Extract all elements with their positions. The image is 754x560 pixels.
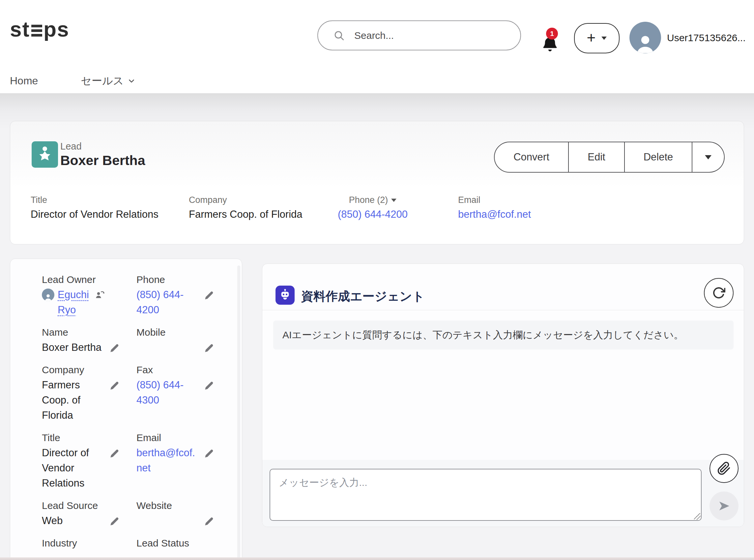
app-logo[interactable]: stps xyxy=(10,17,70,41)
agent-robot-icon xyxy=(276,286,295,305)
pencil-icon xyxy=(204,449,214,459)
plus-icon: + xyxy=(587,30,596,45)
edit-title-button[interactable] xyxy=(110,449,119,460)
phone-link[interactable]: (850) 644-4200 xyxy=(136,289,183,316)
send-icon xyxy=(717,499,731,513)
fax-link[interactable]: (850) 644-4300 xyxy=(136,379,183,406)
lead-star-person-icon xyxy=(35,144,55,165)
detail-field-website: Website xyxy=(136,500,231,538)
send-message-button[interactable] xyxy=(710,492,738,520)
chevron-down-icon xyxy=(601,37,607,40)
change-owner-icon xyxy=(95,289,105,300)
email-link[interactable]: bertha@fcof.net xyxy=(458,208,531,220)
pencil-icon xyxy=(110,381,119,391)
detail-field-title: TitleDirector of Vendor Relations xyxy=(42,432,136,500)
agent-intro-message: AIエージェントに質問するには、下のテキスト入力欄にメッセージを入力してください… xyxy=(273,321,734,349)
person-icon xyxy=(634,33,656,53)
convert-button[interactable]: Convert xyxy=(494,142,569,173)
details-fields: Lead OwnerEguchi RyoPhone(850) 644-4200N… xyxy=(42,274,231,560)
user-avatar[interactable] xyxy=(630,22,661,53)
field-label: Company xyxy=(189,195,302,205)
more-actions-button[interactable] xyxy=(692,142,725,173)
field-label: Lead Source xyxy=(42,500,105,511)
nav-item-sales[interactable]: セールス xyxy=(81,74,136,88)
detail-field-company: CompanyFarmers Coop. of Florida xyxy=(42,364,136,432)
details-scrollbar[interactable] xyxy=(237,265,240,560)
global-new-button[interactable]: + xyxy=(574,23,619,53)
field-label: Title xyxy=(31,195,159,205)
field-label: Industry xyxy=(42,538,105,549)
detail-field-phone: Phone(850) 644-4200 xyxy=(136,274,231,327)
detail-field-lead-status: Lead Status xyxy=(136,538,231,560)
field-label: Mobile xyxy=(136,327,200,338)
lead-highlights-card: Lead Boxer Bertha Convert Edit Delete Ti… xyxy=(10,121,744,244)
user-name-label[interactable]: User175135626... xyxy=(667,32,746,43)
field-label: Lead Status xyxy=(136,538,200,549)
pencil-icon xyxy=(204,381,214,391)
phone-link[interactable]: (850) 644-4200 xyxy=(338,208,408,220)
lead-owner-link[interactable]: Eguchi Ryo xyxy=(58,287,91,318)
field-value: Director of Vendor Relations xyxy=(31,208,159,220)
caret-down-icon xyxy=(391,199,396,202)
resize-handle[interactable] xyxy=(694,513,701,520)
agent-panel: 資料作成エージェント AIエージェントに質問するには、下のテキスト入力欄にメッセ… xyxy=(262,263,744,527)
viewport-bottom-strip xyxy=(0,557,754,560)
edit-button[interactable]: Edit xyxy=(569,142,625,173)
edit-lead-source-button[interactable] xyxy=(110,517,119,527)
header-field-title: Title Director of Vendor Relations xyxy=(31,195,159,220)
message-input[interactable] xyxy=(270,469,701,521)
field-value: Farmers Coop. of Florida xyxy=(42,378,105,423)
pencil-icon xyxy=(110,449,119,459)
edit-company-button[interactable] xyxy=(110,381,119,392)
header-field-phone: Phone (2) (850) 644-4200 xyxy=(325,195,420,220)
pencil-icon xyxy=(204,291,214,300)
email-link[interactable]: bertha@fcof.net xyxy=(136,447,195,474)
field-label: Company xyxy=(42,364,105,376)
edit-name-button[interactable] xyxy=(110,343,119,354)
caret-down-icon xyxy=(705,155,712,159)
logo-text-right: ps xyxy=(43,18,70,41)
detail-field-lead-source: Lead SourceWeb xyxy=(42,500,136,538)
change-owner-button[interactable] xyxy=(95,289,105,301)
primary-nav: Home セールス xyxy=(0,68,136,93)
top-bar: stps 1 + User175135626... Home セールス xyxy=(0,0,754,93)
attach-file-button[interactable] xyxy=(710,454,738,483)
record-actions: Convert Edit Delete xyxy=(494,142,725,173)
detail-field-fax: Fax(850) 644-4300 xyxy=(136,364,231,432)
field-label: Email xyxy=(136,432,200,443)
header-field-email: Email bertha@fcof.net xyxy=(458,195,531,220)
page-title: Boxer Bertha xyxy=(60,153,145,168)
field-label[interactable]: Phone (2) xyxy=(325,195,420,205)
edit-email-button[interactable] xyxy=(204,449,214,460)
paperclip-icon xyxy=(717,461,731,475)
agent-composer xyxy=(262,460,744,527)
edit-fax-button[interactable] xyxy=(204,381,214,392)
notification-badge: 1 xyxy=(546,28,558,40)
field-label: Title xyxy=(42,432,105,443)
refresh-icon xyxy=(712,286,725,299)
pencil-icon xyxy=(110,517,119,526)
field-label: Website xyxy=(136,500,200,511)
record-type-label: Lead xyxy=(60,141,82,152)
edit-website-button[interactable] xyxy=(204,517,214,527)
field-value: Director of Vendor Relations xyxy=(42,445,105,491)
divider xyxy=(262,310,744,310)
delete-button[interactable]: Delete xyxy=(625,142,692,173)
agent-refresh-button[interactable] xyxy=(704,278,734,308)
field-value: Farmers Coop. of Florida xyxy=(189,208,302,220)
global-search xyxy=(317,20,521,51)
chevron-down-icon xyxy=(127,77,136,85)
edit-mobile-button[interactable] xyxy=(204,343,214,354)
logo-text-left: st xyxy=(10,18,30,41)
pencil-icon xyxy=(204,343,214,353)
field-label: Email xyxy=(458,195,531,205)
field-label: Phone xyxy=(136,274,200,285)
nav-item-home[interactable]: Home xyxy=(10,75,38,87)
edit-phone-button[interactable] xyxy=(204,291,214,301)
field-label: Name xyxy=(42,327,105,338)
pencil-icon xyxy=(204,517,214,526)
detail-field-mobile: Mobile xyxy=(136,327,231,364)
search-input[interactable] xyxy=(354,30,499,41)
lead-details-card: Lead OwnerEguchi RyoPhone(850) 644-4200N… xyxy=(10,259,242,560)
detail-field-lead-owner: Lead OwnerEguchi Ryo xyxy=(42,274,136,327)
